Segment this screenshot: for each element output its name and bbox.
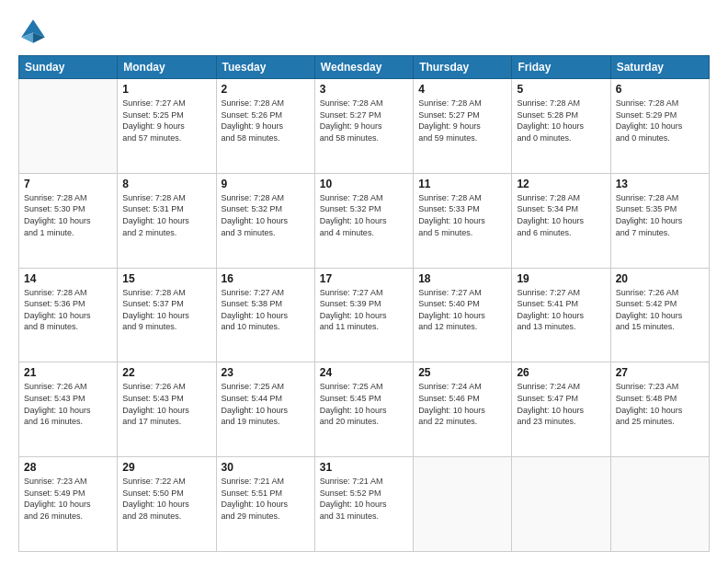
weekday-header-thursday: Thursday: [414, 56, 512, 79]
day-number: 25: [418, 366, 506, 379]
calendar-cell: 4Sunrise: 7:28 AM Sunset: 5:27 PM Daylig…: [414, 79, 512, 174]
calendar-cell: 22Sunrise: 7:26 AM Sunset: 5:43 PM Dayli…: [118, 362, 216, 457]
calendar-cell: 17Sunrise: 7:27 AM Sunset: 5:39 PM Dayli…: [314, 268, 413, 362]
week-row-3: 14Sunrise: 7:28 AM Sunset: 5:36 PM Dayli…: [19, 268, 710, 362]
day-info: Sunrise: 7:28 AM Sunset: 5:26 PM Dayligh…: [222, 98, 310, 144]
calendar-cell: 3Sunrise: 7:28 AM Sunset: 5:27 PM Daylig…: [314, 79, 413, 174]
day-info: Sunrise: 7:28 AM Sunset: 5:31 PM Dayligh…: [122, 192, 210, 238]
calendar-cell: [610, 457, 709, 552]
weekday-header-sunday: Sunday: [19, 56, 118, 79]
calendar-cell: 19Sunrise: 7:27 AM Sunset: 5:41 PM Dayli…: [512, 268, 610, 362]
weekday-header-monday: Monday: [118, 56, 216, 79]
weekday-header-wednesday: Wednesday: [314, 56, 413, 79]
day-info: Sunrise: 7:23 AM Sunset: 5:48 PM Dayligh…: [616, 381, 704, 427]
day-info: Sunrise: 7:27 AM Sunset: 5:41 PM Dayligh…: [517, 287, 605, 333]
weekday-row: SundayMondayTuesdayWednesdayThursdayFrid…: [19, 56, 710, 79]
calendar-cell: 25Sunrise: 7:24 AM Sunset: 5:46 PM Dayli…: [414, 362, 512, 457]
day-number: 16: [222, 272, 310, 285]
calendar-cell: 24Sunrise: 7:25 AM Sunset: 5:45 PM Dayli…: [314, 362, 413, 457]
day-info: Sunrise: 7:21 AM Sunset: 5:52 PM Dayligh…: [320, 476, 408, 522]
calendar-cell: 7Sunrise: 7:28 AM Sunset: 5:30 PM Daylig…: [19, 173, 118, 268]
calendar-cell: 8Sunrise: 7:28 AM Sunset: 5:31 PM Daylig…: [118, 173, 216, 268]
day-info: Sunrise: 7:28 AM Sunset: 5:32 PM Dayligh…: [320, 192, 408, 238]
day-number: 29: [122, 461, 210, 474]
day-number: 17: [320, 272, 408, 285]
day-info: Sunrise: 7:27 AM Sunset: 5:25 PM Dayligh…: [122, 98, 210, 144]
calendar-header: SundayMondayTuesdayWednesdayThursdayFrid…: [19, 56, 710, 79]
calendar-cell: 13Sunrise: 7:28 AM Sunset: 5:35 PM Dayli…: [610, 173, 709, 268]
calendar-cell: 10Sunrise: 7:28 AM Sunset: 5:32 PM Dayli…: [314, 173, 413, 268]
day-number: 15: [122, 272, 210, 285]
calendar-cell: [19, 79, 118, 174]
calendar-cell: 12Sunrise: 7:28 AM Sunset: 5:34 PM Dayli…: [512, 173, 610, 268]
day-number: 7: [24, 178, 112, 190]
calendar-cell: 2Sunrise: 7:28 AM Sunset: 5:26 PM Daylig…: [216, 79, 314, 174]
calendar-cell: 30Sunrise: 7:21 AM Sunset: 5:51 PM Dayli…: [216, 457, 314, 552]
day-number: 12: [517, 178, 605, 190]
day-number: 22: [122, 366, 210, 379]
calendar-cell: 21Sunrise: 7:26 AM Sunset: 5:43 PM Dayli…: [19, 362, 118, 457]
day-number: 20: [616, 272, 704, 285]
day-number: 28: [24, 461, 112, 474]
day-number: 9: [222, 178, 310, 190]
calendar-cell: 29Sunrise: 7:22 AM Sunset: 5:50 PM Dayli…: [118, 457, 216, 552]
weekday-header-saturday: Saturday: [610, 56, 709, 79]
page: SundayMondayTuesdayWednesdayThursdayFrid…: [0, 0, 728, 563]
calendar-body: 1Sunrise: 7:27 AM Sunset: 5:25 PM Daylig…: [19, 79, 710, 552]
day-number: 4: [418, 83, 506, 96]
day-info: Sunrise: 7:28 AM Sunset: 5:29 PM Dayligh…: [616, 98, 704, 144]
calendar-cell: 15Sunrise: 7:28 AM Sunset: 5:37 PM Dayli…: [118, 268, 216, 362]
calendar-cell: 31Sunrise: 7:21 AM Sunset: 5:52 PM Dayli…: [314, 457, 413, 552]
day-info: Sunrise: 7:26 AM Sunset: 5:42 PM Dayligh…: [616, 287, 704, 333]
week-row-4: 21Sunrise: 7:26 AM Sunset: 5:43 PM Dayli…: [19, 362, 710, 457]
calendar-cell: 18Sunrise: 7:27 AM Sunset: 5:40 PM Dayli…: [414, 268, 512, 362]
day-info: Sunrise: 7:28 AM Sunset: 5:33 PM Dayligh…: [418, 192, 506, 238]
day-number: 13: [616, 178, 704, 190]
calendar-cell: 6Sunrise: 7:28 AM Sunset: 5:29 PM Daylig…: [610, 79, 709, 174]
day-number: 2: [222, 83, 310, 96]
calendar-cell: 14Sunrise: 7:28 AM Sunset: 5:36 PM Dayli…: [19, 268, 118, 362]
weekday-header-tuesday: Tuesday: [216, 56, 314, 79]
calendar-cell: 1Sunrise: 7:27 AM Sunset: 5:25 PM Daylig…: [118, 79, 216, 174]
logo-icon: [18, 17, 48, 46]
day-number: 1: [122, 83, 210, 96]
calendar-cell: 9Sunrise: 7:28 AM Sunset: 5:32 PM Daylig…: [216, 173, 314, 268]
day-number: 18: [418, 272, 506, 285]
day-info: Sunrise: 7:26 AM Sunset: 5:43 PM Dayligh…: [24, 381, 112, 427]
day-info: Sunrise: 7:27 AM Sunset: 5:39 PM Dayligh…: [320, 287, 408, 333]
calendar-cell: 27Sunrise: 7:23 AM Sunset: 5:48 PM Dayli…: [610, 362, 709, 457]
header: [18, 17, 710, 46]
day-number: 11: [418, 178, 506, 190]
day-info: Sunrise: 7:28 AM Sunset: 5:32 PM Dayligh…: [222, 192, 310, 238]
day-info: Sunrise: 7:25 AM Sunset: 5:44 PM Dayligh…: [222, 381, 310, 427]
day-info: Sunrise: 7:28 AM Sunset: 5:27 PM Dayligh…: [320, 98, 408, 144]
day-info: Sunrise: 7:28 AM Sunset: 5:28 PM Dayligh…: [517, 98, 605, 144]
day-info: Sunrise: 7:26 AM Sunset: 5:43 PM Dayligh…: [122, 381, 210, 427]
calendar-cell: [414, 457, 512, 552]
week-row-5: 28Sunrise: 7:23 AM Sunset: 5:49 PM Dayli…: [19, 457, 710, 552]
day-info: Sunrise: 7:28 AM Sunset: 5:37 PM Dayligh…: [122, 287, 210, 333]
day-info: Sunrise: 7:24 AM Sunset: 5:47 PM Dayligh…: [517, 381, 605, 427]
week-row-2: 7Sunrise: 7:28 AM Sunset: 5:30 PM Daylig…: [19, 173, 710, 268]
calendar-cell: 20Sunrise: 7:26 AM Sunset: 5:42 PM Dayli…: [610, 268, 709, 362]
day-info: Sunrise: 7:23 AM Sunset: 5:49 PM Dayligh…: [24, 476, 112, 522]
day-number: 24: [320, 366, 408, 379]
calendar-cell: 16Sunrise: 7:27 AM Sunset: 5:38 PM Dayli…: [216, 268, 314, 362]
day-info: Sunrise: 7:28 AM Sunset: 5:27 PM Dayligh…: [418, 98, 506, 144]
day-number: 14: [24, 272, 112, 285]
calendar-cell: [512, 457, 610, 552]
calendar-cell: 23Sunrise: 7:25 AM Sunset: 5:44 PM Dayli…: [216, 362, 314, 457]
day-info: Sunrise: 7:27 AM Sunset: 5:40 PM Dayligh…: [418, 287, 506, 333]
day-number: 3: [320, 83, 408, 96]
day-number: 19: [517, 272, 605, 285]
day-number: 31: [320, 461, 408, 474]
calendar-cell: 5Sunrise: 7:28 AM Sunset: 5:28 PM Daylig…: [512, 79, 610, 174]
day-number: 10: [320, 178, 408, 190]
day-number: 8: [122, 178, 210, 190]
calendar-cell: 11Sunrise: 7:28 AM Sunset: 5:33 PM Dayli…: [414, 173, 512, 268]
weekday-header-friday: Friday: [512, 56, 610, 79]
logo: [18, 17, 51, 46]
calendar-cell: 28Sunrise: 7:23 AM Sunset: 5:49 PM Dayli…: [19, 457, 118, 552]
day-number: 6: [616, 83, 704, 96]
day-info: Sunrise: 7:25 AM Sunset: 5:45 PM Dayligh…: [320, 381, 408, 427]
